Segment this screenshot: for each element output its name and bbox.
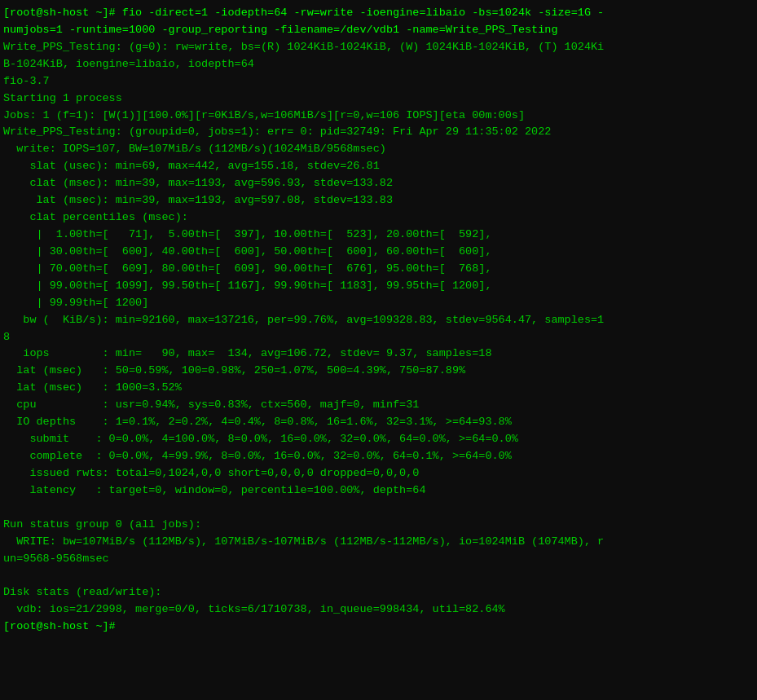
terminal-line: Write_PPS_Testing: (groupid=0, jobs=1): …: [3, 124, 754, 141]
terminal-empty-line: [3, 500, 754, 517]
terminal-line: clat percentiles (msec):: [3, 209, 754, 227]
terminal-line: write: IOPS=107, BW=107MiB/s (112MB/s)(1…: [3, 141, 754, 158]
terminal-line: lat (msec) : 50=0.59%, 100=0.98%, 250=1.…: [3, 363, 754, 380]
terminal-line: B-1024KiB, ioengine=libaio, iodepth=64: [3, 56, 754, 73]
terminal-line: issued rwts: total=0,1024,0,0 short=0,0,…: [3, 465, 754, 482]
terminal-line: lat (msec) : 1000=3.52%: [3, 380, 754, 397]
terminal-line: clat (msec): min=39, max=1193, avg=596.9…: [3, 175, 754, 192]
terminal-line: IO depths : 1=0.1%, 2=0.2%, 4=0.4%, 8=0.…: [3, 414, 754, 431]
terminal-line: submit : 0=0.0%, 4=100.0%, 8=0.0%, 16=0.…: [3, 431, 754, 448]
terminal-empty-line: [3, 567, 754, 584]
terminal-line: | 1.00th=[ 71], 5.00th=[ 397], 10.00th=[…: [3, 227, 754, 244]
terminal-line: Write_PPS_Testing: (g=0): rw=write, bs=(…: [3, 39, 754, 56]
terminal-line: [root@sh-host ~]#: [3, 619, 754, 636]
terminal-window[interactable]: [root@sh-host ~]# fio -direct=1 -iodepth…: [0, 0, 757, 700]
terminal-line: | 30.00th=[ 600], 40.00th=[ 600], 50.00t…: [3, 244, 754, 261]
terminal-line: complete : 0=0.0%, 4=99.9%, 8=0.0%, 16=0…: [3, 448, 754, 465]
terminal-line: WRITE: bw=107MiB/s (112MB/s), 107MiB/s-1…: [3, 534, 754, 551]
terminal-line: lat (msec): min=39, max=1193, avg=597.08…: [3, 192, 754, 209]
terminal-line: slat (usec): min=69, max=442, avg=155.18…: [3, 158, 754, 175]
terminal-line: numjobs=1 -runtime=1000 -group_reporting…: [3, 22, 754, 39]
terminal-line: 8: [3, 329, 754, 346]
terminal-line: vdb: ios=21/2998, merge=0/0, ticks=6/171…: [3, 601, 754, 619]
terminal-line: un=9568-9568msec: [3, 551, 754, 568]
terminal-line: Disk stats (read/write):: [3, 584, 754, 601]
terminal-line: | 99.00th=[ 1099], 99.50th=[ 1167], 99.9…: [3, 278, 754, 295]
terminal-line: bw ( KiB/s): min=92160, max=137216, per=…: [3, 312, 754, 329]
terminal-line: iops : min= 90, max= 134, avg=106.72, st…: [3, 346, 754, 363]
terminal-line: Run status group 0 (all jobs):: [3, 517, 754, 534]
terminal-line: latency : target=0, window=0, percentile…: [3, 482, 754, 500]
terminal-line: Jobs: 1 (f=1): [W(1)][100.0%][r=0KiB/s,w…: [3, 108, 754, 125]
terminal-line: Starting 1 process: [3, 90, 754, 108]
terminal-line: | 70.00th=[ 609], 80.00th=[ 609], 90.00t…: [3, 261, 754, 278]
terminal-line: cpu : usr=0.94%, sys=0.83%, ctx=560, maj…: [3, 397, 754, 414]
terminal-content: [root@sh-host ~]# fio -direct=1 -iodepth…: [3, 5, 754, 636]
terminal-line: fio-3.7: [3, 73, 754, 90]
terminal-line: | 99.99th=[ 1200]: [3, 295, 754, 312]
terminal-line: [root@sh-host ~]# fio -direct=1 -iodepth…: [3, 5, 754, 22]
